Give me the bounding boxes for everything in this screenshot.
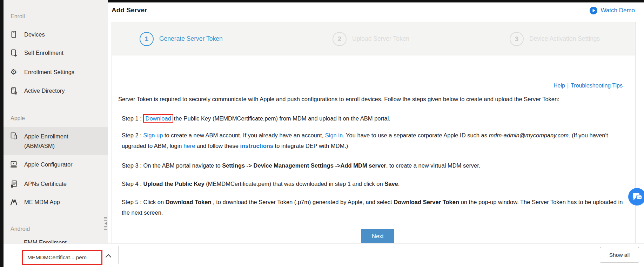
- step4-text: Step 4 : Upload the Public Key (MEMDMCer…: [122, 178, 400, 189]
- sidebar-item-partial[interactable]: EMM Enrollment: [24, 239, 108, 243]
- smartphone-plus-icon: [10, 49, 18, 57]
- step-1-generate-server-token: 1 Generate Server Token: [140, 22, 223, 56]
- step4-mid: (MEMDMCertificate.pem) that was download…: [204, 181, 385, 187]
- link-separator: |: [567, 83, 569, 89]
- sidebar-item-apple-configurator[interactable]: Apple Configurator: [10, 161, 103, 168]
- apple-id-example: mdm-admin@mycompany.com: [489, 132, 569, 138]
- watch-demo-label: Watch Demo: [601, 7, 635, 14]
- step2-prefix: Step 2 :: [122, 132, 143, 138]
- step2-mid4: and follow these: [195, 143, 240, 149]
- handle-ridge: [104, 220, 107, 221]
- downloaded-file-name: MEMDMCertificat....pem: [27, 254, 87, 261]
- step1-prefix: Step 1 :: [122, 115, 143, 122]
- collapse-arrow-icon: [105, 222, 107, 225]
- save-emphasis: Save: [384, 181, 398, 187]
- step-1-circle: 1: [140, 32, 154, 46]
- sidebar-item-label: Self Enrollment: [24, 50, 63, 56]
- intro-text: Server Token is required to securely com…: [118, 94, 626, 104]
- sidebar-item-apple-enrollment-abm-asm[interactable]: Apple Enrollment (ABM/ASM): [4, 127, 108, 155]
- step2-mid2: . You have to use a separate corporate A…: [343, 132, 489, 138]
- chevron-up-icon[interactable]: [105, 253, 112, 258]
- chat-bubbles-icon: [628, 188, 644, 206]
- watch-demo-link[interactable]: Watch Demo: [590, 7, 635, 14]
- step-3-circle: 3: [510, 32, 524, 46]
- step-3-label: Device Activation Settings: [529, 35, 600, 43]
- step3-suffix: , to create a new virtual MDM server.: [386, 162, 481, 169]
- instructions-link[interactable]: instructions: [240, 143, 273, 149]
- wizard-stepper: 1 Generate Server Token 2 Upload Server …: [112, 22, 635, 56]
- live-chat-button[interactable]: [628, 188, 644, 206]
- step-3-device-activation-settings: 3 Device Activation Settings: [510, 22, 600, 56]
- sidebar-section-enroll: Enroll: [11, 13, 25, 20]
- abm-settings-path: Settings -> Device Management Settings -…: [222, 162, 386, 169]
- sidebar-item-label: APNs Certificate: [24, 181, 67, 187]
- handle-ridge: [104, 229, 107, 230]
- help-link[interactable]: Help: [554, 83, 565, 89]
- gear-icon: ⚙: [10, 68, 18, 76]
- downloaded-file-chip[interactable]: MEMDMCertificat....pem: [22, 250, 102, 265]
- step2-suffix: to integrate DEP with MDM.): [273, 143, 348, 149]
- handle-ridge: [104, 219, 107, 219]
- sidebar-section-apple: Apple: [11, 115, 25, 122]
- step4-prefix: Step 4 :: [122, 181, 143, 187]
- browser-download-bar: MEMDMCertificat....pem Show all: [4, 243, 644, 267]
- next-button[interactable]: Next: [361, 229, 394, 243]
- step1-rest: the Public Key (MEMDMCertificate.pem) fr…: [174, 115, 390, 122]
- sidebar-resize-handle[interactable]: [103, 217, 108, 230]
- step5-text: Step 5 : Click on Download Token , to do…: [122, 197, 626, 218]
- step2-mid1: to create a new ABM account. If you alre…: [163, 132, 325, 138]
- upload-public-key-emphasis: Upload the Public Key: [143, 181, 204, 187]
- step5-mid: , to download the Server Token (.p7m) ge…: [212, 199, 394, 205]
- window-left-edge: [0, 0, 4, 267]
- mdm-app-m-icon: [10, 198, 18, 206]
- step2-text: Step 2 : Sign up to create a new ABM acc…: [122, 130, 626, 151]
- step-1-label: Generate Server Token: [159, 35, 223, 43]
- show-all-downloads-button[interactable]: Show all: [600, 247, 639, 263]
- sidebar-item-devices[interactable]: Devices: [10, 31, 103, 38]
- step3-text: Step 3 : On the ABM portal navigate to S…: [122, 160, 480, 171]
- window-top-edge: [108, 0, 644, 2]
- tablet-phone-icon: [10, 132, 18, 139]
- handle-ridge: [104, 226, 107, 227]
- sidebar-item-apns-certificate[interactable]: APNs Certificate: [10, 180, 103, 188]
- sidebar-item-label: Active Directory: [24, 87, 65, 94]
- step1-text: Step 1 : Downloadthe Public Key (MEMDMCe…: [122, 113, 390, 124]
- annotation-box-download: Download: [143, 114, 173, 123]
- download-token-emphasis: Download Token: [166, 199, 212, 205]
- here-link[interactable]: here: [183, 143, 195, 149]
- sign-up-link[interactable]: Sign up: [143, 132, 163, 138]
- play-icon: [590, 7, 597, 14]
- sidebar-item-me-mdm-app[interactable]: ME MDM App: [10, 198, 103, 206]
- enroll-sidebar: Enroll Devices Self Enrollment ⚙ Enrollm…: [4, 0, 108, 243]
- sidebar-item-label: EMM Enrollment: [24, 239, 67, 243]
- server-gear-icon: [10, 87, 18, 95]
- sidebar-item-self-enrollment[interactable]: Self Enrollment: [10, 49, 103, 57]
- help-links: Help|Troubleshooting Tips: [554, 83, 623, 89]
- sidebar-item-active-directory[interactable]: Active Directory: [10, 87, 103, 95]
- download-public-key-link[interactable]: Download: [145, 115, 171, 122]
- sidebar-item-label: ME MDM App: [24, 199, 60, 206]
- sidebar-item-label: Enrollment Settings: [24, 69, 74, 76]
- laptop-apple-icon: [10, 161, 18, 168]
- sidebar-item-label: Devices: [24, 31, 45, 38]
- troubleshooting-tips-link[interactable]: Troubleshooting Tips: [571, 83, 623, 89]
- sidebar-item-label: Apple Configurator: [24, 161, 73, 168]
- step5-prefix: Step 5 : Click on: [122, 199, 166, 205]
- sidebar-item-label: Apple Enrollment (ABM/ASM): [24, 132, 91, 155]
- sign-in-link[interactable]: Sign in: [325, 132, 343, 138]
- page-title: Add Server: [112, 6, 147, 14]
- download-server-token-emphasis: Download Server Token: [394, 199, 459, 205]
- step-2-label: Upload Server Token: [352, 35, 409, 43]
- smartphone-icon: [10, 31, 18, 38]
- sidebar-item-enrollment-settings[interactable]: ⚙ Enrollment Settings: [10, 68, 103, 76]
- step3-prefix: Step 3 : On the ABM portal navigate to: [122, 162, 222, 169]
- handle-ridge: [104, 228, 107, 228]
- sidebar-section-android: Android: [11, 226, 30, 232]
- step-2-circle: 2: [333, 32, 347, 46]
- step-2-upload-server-token: 2 Upload Server Token: [333, 22, 409, 56]
- download-bar-divider: [118, 246, 119, 264]
- handle-ridge: [104, 217, 107, 218]
- step4-suffix: .: [398, 181, 400, 187]
- certificate-icon: [10, 180, 18, 188]
